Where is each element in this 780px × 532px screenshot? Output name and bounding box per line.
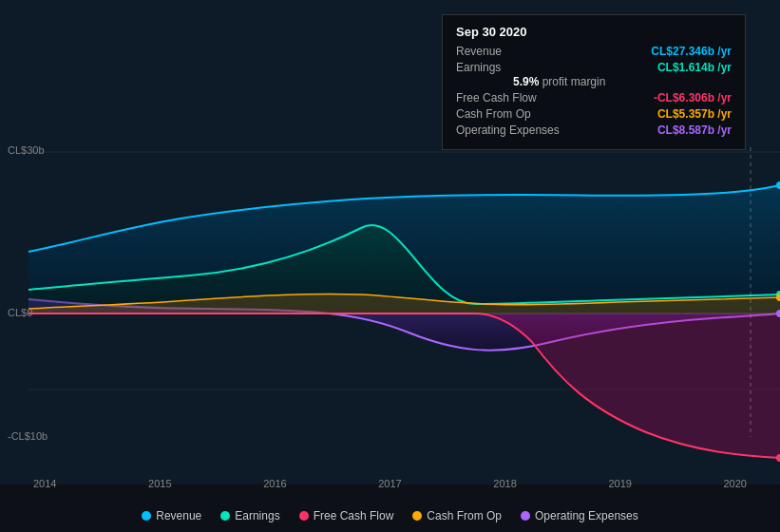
tooltip-profit-margin: 5.9% profit margin xyxy=(513,75,732,88)
x-label-2017: 2017 xyxy=(378,478,401,489)
legend-label-revenue: Revenue xyxy=(156,509,201,522)
y-label-mid: CL$0 xyxy=(8,307,32,318)
y-label-bot: -CL$10b xyxy=(8,430,48,442)
tooltip-value-cashop: CL$5.357b /yr xyxy=(657,107,732,121)
tooltip-row-cashop: Cash From Op CL$5.357b /yr xyxy=(456,107,732,121)
chart-legend: Revenue Earnings Free Cash Flow Cash Fro… xyxy=(0,509,780,522)
x-label-2014: 2014 xyxy=(33,478,56,489)
tooltip-label-fcf: Free Cash Flow xyxy=(456,91,537,104)
tooltip-label-cashop: Cash From Op xyxy=(456,107,531,121)
tooltip-date: Sep 30 2020 xyxy=(456,25,732,39)
tooltip-row-fcf: Free Cash Flow -CL$6.306b /yr xyxy=(456,91,732,104)
legend-dot-fcf xyxy=(299,511,309,521)
x-axis: 2014 2015 2016 2017 2018 2019 2020 xyxy=(0,478,780,489)
tooltip-value-earnings: CL$1.614b /yr xyxy=(657,61,732,74)
x-label-2019: 2019 xyxy=(608,478,631,489)
tooltip-value-revenue: CL$27.346b /yr xyxy=(651,45,732,58)
tooltip-value-opex: CL$8.587b /yr xyxy=(657,124,732,137)
tooltip-row-revenue: Revenue CL$27.346b /yr xyxy=(456,45,732,58)
legend-label-earnings: Earnings xyxy=(235,509,279,522)
legend-dot-opex xyxy=(521,511,530,521)
y-label-top: CL$30b xyxy=(8,144,45,156)
tooltip-label-revenue: Revenue xyxy=(456,45,502,58)
legend-item-opex[interactable]: Operating Expenses xyxy=(521,509,638,522)
profit-margin-value: 5.9% xyxy=(513,75,539,88)
x-label-2018: 2018 xyxy=(493,478,516,489)
legend-dot-cashop xyxy=(412,511,422,521)
legend-label-cashop: Cash From Op xyxy=(427,509,502,522)
legend-dot-revenue xyxy=(142,511,151,521)
x-label-2020: 2020 xyxy=(723,478,746,489)
x-label-2016: 2016 xyxy=(263,478,286,489)
legend-label-opex: Operating Expenses xyxy=(535,509,638,522)
tooltip-panel: Sep 30 2020 Revenue CL$27.346b /yr Earni… xyxy=(442,14,746,150)
tooltip-row-opex: Operating Expenses CL$8.587b /yr xyxy=(456,124,732,137)
legend-dot-earnings xyxy=(220,511,230,521)
x-label-2015: 2015 xyxy=(148,478,171,489)
tooltip-label-opex: Operating Expenses xyxy=(456,124,560,137)
legend-item-earnings[interactable]: Earnings xyxy=(220,509,279,522)
legend-item-cashop[interactable]: Cash From Op xyxy=(412,509,502,522)
legend-label-fcf: Free Cash Flow xyxy=(314,509,394,522)
tooltip-value-fcf: -CL$6.306b /yr xyxy=(654,91,732,104)
tooltip-label-earnings: Earnings xyxy=(456,61,501,74)
tooltip-row-earnings: Earnings CL$1.614b /yr xyxy=(456,61,732,74)
legend-item-fcf[interactable]: Free Cash Flow xyxy=(299,509,394,522)
legend-item-revenue[interactable]: Revenue xyxy=(142,509,201,522)
